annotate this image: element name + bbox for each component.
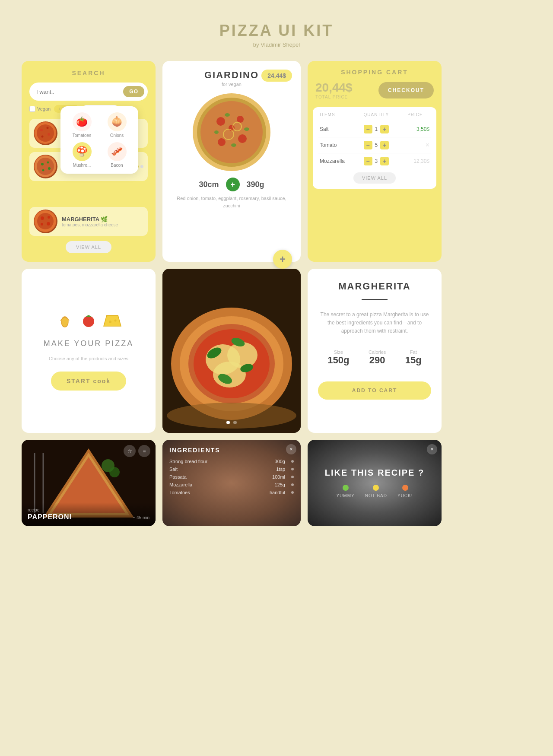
ingredient-name-1: Strong bread flour bbox=[169, 459, 207, 464]
mushroom-decorative-icon bbox=[54, 311, 76, 328]
dot-3 bbox=[291, 476, 294, 478]
page-title: PIZZA UI KIT bbox=[0, 22, 553, 40]
decrease-qty-tomato[interactable]: − bbox=[364, 141, 372, 149]
svg-point-24 bbox=[218, 138, 226, 146]
svg-point-13 bbox=[37, 213, 54, 229]
filter-vegan[interactable]: Vegan bbox=[29, 106, 51, 112]
cart-title: SHOPPING CART bbox=[315, 69, 434, 76]
pizza-desc-panel: MARGHERITA The secret to a great pizza M… bbox=[308, 269, 442, 433]
pizza-weight: 390g bbox=[247, 180, 264, 189]
recipe-time: ~ 45 min bbox=[133, 515, 149, 520]
start-cook-button[interactable]: START cook bbox=[51, 372, 126, 391]
ingredients-popup: 🍅 Tomatoes 🧅 Onions 🍄 Mushro... 🥓 Bacon bbox=[60, 106, 138, 174]
quantity-control-salt: − 1 + bbox=[364, 125, 408, 133]
ingredient-amount-1: 300g bbox=[275, 459, 285, 464]
svg-point-16 bbox=[47, 222, 50, 226]
ingredient-amount-4: 125g bbox=[275, 482, 285, 487]
like-title: LIKE THIS RECIPE ? bbox=[325, 468, 424, 478]
decrease-qty-salt[interactable]: − bbox=[364, 125, 372, 133]
svg-point-57 bbox=[109, 467, 120, 477]
like-option-yuck[interactable]: YUCK! bbox=[397, 485, 413, 498]
dot-2[interactable] bbox=[233, 421, 237, 424]
vegan-checkbox[interactable] bbox=[29, 106, 35, 112]
pizza-description: Red onion, tomato, eggplant, rosemary, b… bbox=[170, 195, 293, 209]
increase-qty-tomato[interactable]: + bbox=[380, 141, 389, 149]
ingredient-mushroom[interactable]: 🍄 Mushro... bbox=[67, 142, 97, 168]
checkout-button[interactable]: CHECKOUT bbox=[378, 82, 434, 98]
list-item: Mozzarella 125g bbox=[169, 482, 294, 487]
pizza-desc-title: MARGHERITA bbox=[318, 281, 431, 292]
make-pizza-subtitle: Choose any of the products and sizes bbox=[49, 356, 128, 361]
list-item: Strong bread flour 300g bbox=[169, 459, 294, 464]
cart-view-all-button[interactable]: VIEW ALL bbox=[353, 172, 396, 184]
photo-dots bbox=[226, 421, 237, 424]
tomatoes-label: Tomatoes bbox=[73, 133, 91, 138]
mushroom-icon: 🍄 bbox=[73, 142, 92, 161]
onion-icon: 🧅 bbox=[108, 112, 127, 131]
svg-point-33 bbox=[83, 316, 94, 327]
margherita-desc: tomatoes, mozzarella cheese bbox=[62, 222, 118, 227]
dot-1[interactable] bbox=[226, 421, 230, 424]
like-option-yummy[interactable]: YUMMY bbox=[336, 485, 354, 498]
search-panel: SEARCH GO Vegan + Large Ingredients ↑ bbox=[22, 61, 156, 262]
fat-value: 15g bbox=[405, 355, 422, 366]
list-item: Tomatoes handful bbox=[169, 490, 294, 495]
pizza-icons-row bbox=[54, 311, 123, 328]
ingredient-onions[interactable]: 🧅 Onions bbox=[102, 112, 132, 138]
size-label: Size bbox=[327, 349, 349, 355]
like-option-notbad[interactable]: NOT BAD bbox=[365, 485, 387, 498]
star-icon[interactable]: ☆ bbox=[124, 445, 136, 457]
cart-total-price: 20,44$ bbox=[315, 81, 353, 95]
pizza-detail-panel: 24.44$ GIARDINO for vegan bbox=[162, 61, 301, 262]
quantity-control-mozzarella: − 3 + bbox=[364, 157, 408, 165]
dot-5 bbox=[291, 491, 294, 494]
view-all-button[interactable]: VIEW ALL bbox=[66, 241, 111, 253]
ingredient-bacon[interactable]: 🥓 Bacon bbox=[102, 142, 132, 168]
margherita-thumb bbox=[34, 210, 57, 233]
pizza-photo-bg bbox=[162, 269, 301, 433]
ingredient-tomatoes[interactable]: 🍅 Tomatoes bbox=[67, 112, 97, 138]
margherita-item[interactable]: MARGHERITA 🌿 tomatoes, mozzarella cheese bbox=[29, 207, 148, 236]
recipe-bg: ☆ ≡ recipe PAPPERONI ~ 45 min bbox=[22, 440, 156, 526]
increase-qty-mozzarella[interactable]: + bbox=[380, 157, 389, 165]
ingredients-title: INGREDIENTS bbox=[169, 447, 294, 454]
mushroom-label: Mushro... bbox=[73, 163, 91, 168]
like-overlay: LIKE THIS RECIPE ? YUMMY NOT BAD YUCK! × bbox=[308, 440, 442, 526]
pizza-specs: 30cm + 390g bbox=[170, 178, 293, 191]
list-item: Passata 100ml bbox=[169, 474, 294, 480]
decrease-qty-mozzarella[interactable]: − bbox=[364, 157, 372, 165]
search-bar: GO bbox=[29, 83, 148, 101]
add-to-cart-float-button[interactable]: + bbox=[273, 250, 292, 269]
margherita-info: MARGHERITA 🌿 tomatoes, mozzarella cheese bbox=[62, 216, 118, 227]
add-to-cart-button[interactable]: ADD TO CART bbox=[318, 381, 431, 400]
svg-point-1 bbox=[37, 124, 54, 142]
search-input[interactable] bbox=[36, 89, 123, 95]
svg-point-2 bbox=[40, 129, 43, 131]
close-ingredients-button[interactable]: × bbox=[286, 444, 296, 454]
svg-point-15 bbox=[48, 216, 50, 219]
dot-1 bbox=[291, 460, 294, 463]
svg-point-7 bbox=[37, 158, 54, 175]
remove-tomato-button[interactable]: × bbox=[407, 141, 429, 149]
pizza-photo-panel bbox=[162, 269, 301, 433]
go-button[interactable]: GO bbox=[123, 86, 144, 97]
close-like-button[interactable]: × bbox=[427, 444, 437, 454]
ingredient-name-5: Tomatoes bbox=[169, 490, 190, 495]
item-name-mozzarella: Mozzarella bbox=[320, 158, 364, 164]
ingredients-list: Strong bread flour 300g Salt 1tsp Passat… bbox=[169, 459, 294, 495]
ingredient-amount-3: 100ml bbox=[272, 474, 285, 480]
make-pizza-panel: MAKE YOUR PIZZA Choose any of the produc… bbox=[22, 269, 156, 433]
menu-icon[interactable]: ≡ bbox=[138, 445, 150, 457]
ingredients-overlay: INGREDIENTS Strong bread flour 300g Salt… bbox=[162, 440, 301, 526]
yummy-dot bbox=[343, 485, 349, 491]
cart-total-info: 20,44$ TOTAL PRICE bbox=[315, 81, 353, 99]
ingredient-name-2: Salt bbox=[169, 467, 178, 472]
onions-label: Onions bbox=[110, 133, 124, 138]
recipe-top-icons: ☆ ≡ bbox=[124, 445, 150, 457]
increase-qty-salt[interactable]: + bbox=[380, 125, 389, 133]
qty-num-tomato: 5 bbox=[375, 142, 378, 148]
add-size-button[interactable]: + bbox=[226, 178, 240, 191]
svg-point-10 bbox=[48, 167, 51, 170]
qty-num-mozzarella: 3 bbox=[375, 158, 378, 164]
svg-point-11 bbox=[42, 169, 44, 172]
